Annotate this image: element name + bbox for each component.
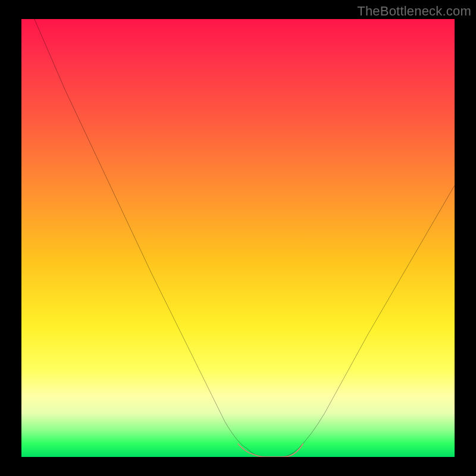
chart-frame: TheBottleneck.com [0, 0, 476, 476]
series-pink-valley-band [238, 444, 303, 457]
plot-area [21, 19, 455, 457]
chart-curve-svg [21, 19, 455, 457]
watermark-text: TheBottleneck.com [357, 4, 471, 19]
series-black-curve [35, 19, 455, 457]
